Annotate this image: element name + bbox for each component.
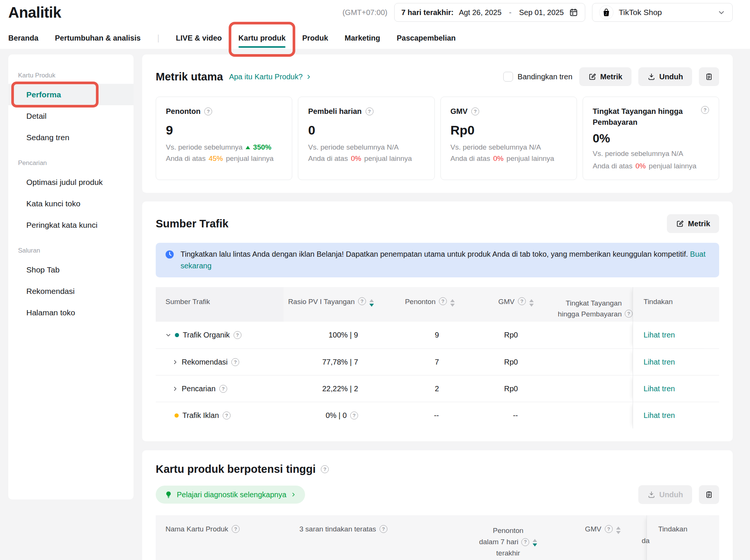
sidebar-item-halaman-toko[interactable]: Halaman toko (8, 302, 134, 323)
col-nama-kartu-produk: Nama Kartu Produk (165, 525, 228, 533)
table-row-pencarian: Pencarian ? 22,22% | 2 2 Rp0 Lihat tren (156, 375, 719, 402)
help-icon[interactable]: ? (350, 412, 358, 419)
trend-up-icon (246, 146, 250, 149)
help-icon[interactable]: ? (321, 465, 329, 473)
help-icon[interactable]: ? (605, 525, 613, 533)
tab-marketing[interactable]: Marketing (345, 34, 380, 42)
sidebar-section-saluran: Saluran (8, 247, 134, 254)
col-tindakan: Tindakan (647, 515, 719, 560)
traffic-source-title: Sumber Trafik (156, 218, 228, 230)
date-separator: - (509, 8, 512, 17)
help-icon[interactable]: ? (231, 358, 239, 366)
metric-card-penonton: Penonton? 9 Vs. periode sebelumnya350% A… (156, 97, 292, 180)
table-row-trafik-organik: Trafik Organik ? 100% | 9 9 Rp0 Lihat tr… (156, 322, 719, 348)
lihat-tren-link[interactable]: Lihat tren (644, 384, 675, 393)
help-icon[interactable]: ? (701, 106, 709, 114)
help-icon[interactable]: ? (219, 385, 227, 393)
col-penonton: Penonton (405, 298, 436, 306)
date-start: Agt 26, 2025 (459, 8, 501, 17)
lihat-tren-link[interactable]: Lihat tren (644, 358, 675, 366)
sort-gmv-potential[interactable] (616, 527, 621, 534)
clipboard-icon (705, 490, 713, 499)
expand-row-icon[interactable] (172, 386, 178, 392)
sidebar-item-rekomendasi[interactable]: Rekomendasi (8, 280, 134, 302)
help-icon[interactable]: ? (471, 107, 479, 115)
tab-pascapembelian[interactable]: Pascapembelian (397, 34, 456, 42)
traffic-source-panel: Sumber Trafik Metrik (142, 201, 733, 441)
sort-penonton-7-hari[interactable] (533, 539, 537, 546)
metric-card-gmv: GMV? Rp0 Vs. periode sebelumnya N/A Anda… (440, 97, 577, 180)
traffic-table-header: Sumber Trafik Rasio PV I Tayangan ? Peno… (156, 287, 719, 322)
help-icon[interactable]: ? (232, 525, 240, 533)
what-is-product-card-link[interactable]: Apa itu Kartu Produk? (229, 73, 311, 81)
ads-dot-icon (175, 413, 179, 418)
svg-text:♪: ♪ (605, 12, 607, 16)
organic-dot-icon (175, 333, 179, 337)
download-button[interactable]: Unduh (638, 67, 692, 86)
help-icon[interactable]: ? (521, 538, 529, 546)
metric-card-tingkat-tayangan: Tingkat Tayangan hingga Pembayaran? 0% V… (583, 97, 719, 180)
high-potential-panel: Kartu produk berpotensi tinggi ? Pelajar… (142, 450, 733, 560)
sort-penonton[interactable] (450, 299, 455, 307)
collapse-row-icon[interactable] (165, 332, 171, 338)
edit-icon (588, 73, 597, 81)
sidebar-item-sedang-tren[interactable]: Sedang tren (8, 127, 134, 148)
sort-rasio-pv[interactable] (369, 299, 374, 307)
date-range-picker[interactable]: 7 hari terakhir: Agt 26, 2025 - Sep 01, … (394, 3, 585, 22)
shop-name: TikTok Shop (619, 8, 662, 17)
bulb-icon (165, 490, 172, 499)
traffic-table: Sumber Trafik Rasio PV I Tayangan ? Peno… (156, 287, 719, 428)
download-button-disabled[interactable]: Unduh (638, 485, 692, 504)
tab-produk[interactable]: Produk (302, 34, 328, 42)
lihat-tren-link[interactable]: Lihat tren (644, 411, 675, 420)
sidebar-item-kata-kunci-toko[interactable]: Kata kunci toko (8, 193, 134, 214)
tab-kartu-produk[interactable]: Kartu produk (238, 34, 286, 42)
key-metrics-title: Metrik utama (156, 71, 223, 83)
col-sumber-trafik: Sumber Trafik (156, 287, 284, 322)
timezone-label: (GMT+07:00) (342, 8, 387, 17)
page-title: Analitik (8, 4, 61, 21)
help-icon[interactable]: ? (625, 310, 633, 318)
compare-trend-checkbox[interactable] (503, 72, 513, 82)
clipped-text-fragment: da (642, 537, 650, 545)
report-clipboard-button[interactable] (699, 67, 719, 86)
tab-pertumbuhan-analisis[interactable]: Pertumbuhan & analisis (55, 34, 141, 42)
date-end: Sep 01, 2025 (519, 8, 564, 17)
sidebar-item-optimasi-judul-produk[interactable]: Optimasi judul produk (8, 171, 134, 193)
help-icon[interactable]: ? (439, 297, 447, 305)
help-icon[interactable]: ? (223, 412, 231, 419)
col-penonton-7-hari: Penonton dalam 7 hari ? terakhir (479, 525, 537, 559)
col-tingkat-tayangan: Tingkat Tayanganhingga Pembayaran (558, 298, 622, 319)
help-icon[interactable]: ? (366, 107, 373, 115)
expand-row-icon[interactable] (172, 359, 178, 365)
sidebar-item-shop-tab[interactable]: Shop Tab (8, 259, 134, 280)
sidebar-section-kartu-produk: Kartu Produk (8, 72, 134, 79)
compare-trend-label: Bandingkan tren (518, 73, 572, 81)
high-potential-table-header: Nama Kartu Produk ? 3 saran tindakan ter… (156, 515, 719, 560)
help-icon[interactable]: ? (204, 107, 212, 115)
col-tindakan: Tindakan (633, 287, 714, 322)
sidebar-item-performa[interactable]: Performa (8, 84, 134, 105)
help-icon[interactable]: ? (358, 297, 366, 305)
sidebar-item-peringkat-kata-kunci[interactable]: Peringkat kata kunci (8, 214, 134, 236)
tiktok-shop-logo-icon: ♪ (599, 5, 613, 20)
diagnostic-pill-link[interactable]: Pelajari diagnostik selengkapnya (156, 486, 305, 504)
report-clipboard-button[interactable] (699, 485, 719, 504)
metric-button[interactable]: Metrik (579, 67, 632, 86)
shop-selector[interactable]: ♪ TikTok Shop (592, 3, 733, 22)
traffic-metric-button[interactable]: Metrik (667, 214, 719, 233)
tab-beranda[interactable]: Beranda (8, 34, 38, 42)
tab-live-video[interactable]: LIVE & video (176, 34, 222, 42)
lihat-tren-link[interactable]: Lihat tren (644, 331, 675, 339)
sort-gmv[interactable] (529, 299, 534, 307)
sidebar-item-detail[interactable]: Detail (8, 105, 134, 127)
high-potential-title: Kartu produk berpotensi tinggi (156, 463, 316, 475)
help-icon[interactable]: ? (518, 297, 526, 305)
table-row-rekomendasi: Rekomendasi ? 77,78% | 7 7 Rp0 Lihat tre… (156, 348, 719, 375)
calendar-icon[interactable] (569, 8, 578, 17)
ads-promo-banner: Tingkatkan lalu lintas Anda dengan iklan… (156, 243, 719, 277)
nav-divider: | (157, 33, 159, 43)
help-icon[interactable]: ? (234, 331, 241, 339)
help-icon[interactable]: ? (380, 525, 387, 533)
metric-value: 0% (593, 132, 709, 145)
